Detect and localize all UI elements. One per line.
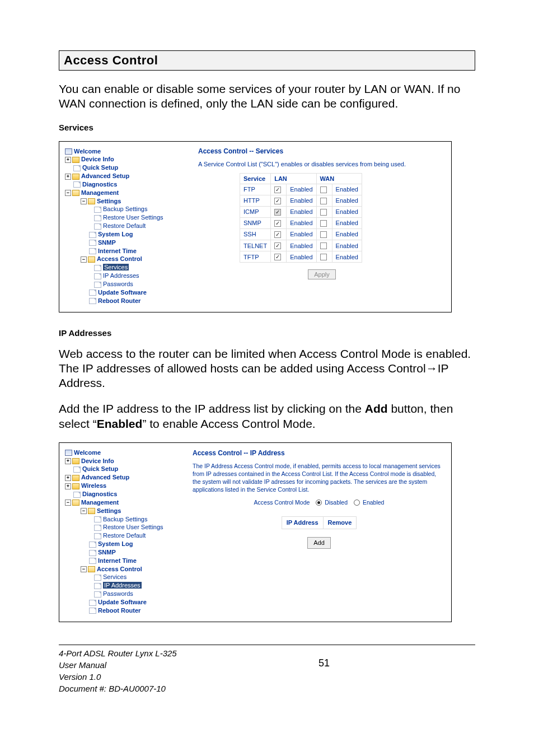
tree-snmp[interactable]: SNMP (98, 239, 116, 246)
apply-button[interactable]: Apply (308, 269, 336, 279)
checkbox-wan[interactable] (320, 186, 327, 193)
col-service: Service (240, 173, 271, 184)
tree-access-control[interactable]: Access Control (97, 255, 142, 262)
checkbox-lan[interactable]: ✓ (274, 220, 281, 227)
tree-services[interactable]: Services (103, 573, 127, 580)
checkbox-wan[interactable] (320, 254, 327, 260)
col-remove: Remove (323, 516, 357, 529)
checkbox-wan[interactable] (320, 242, 327, 249)
content-pane: Access Control -- IP Address The IP Addr… (187, 449, 446, 615)
checkbox-lan[interactable]: ✓ (274, 242, 281, 249)
tree-update-software[interactable]: Update Software (98, 289, 147, 296)
expand-icon[interactable]: + (65, 157, 71, 163)
tree-backup-settings[interactable]: Backup Settings (103, 206, 148, 212)
tree-wireless[interactable]: Wireless (81, 482, 106, 489)
tree-management[interactable]: Management (81, 189, 119, 196)
tree-ip-addresses[interactable]: IP Addresses (103, 272, 139, 279)
page-icon (89, 298, 96, 304)
screen-icon (65, 148, 72, 155)
tree-quick-setup[interactable]: Quick Setup (82, 164, 118, 171)
pane-title: Access Control -- IP Address (193, 449, 446, 458)
section-title: Access Control (64, 53, 158, 67)
tree-management[interactable]: Management (81, 499, 119, 506)
add-button[interactable]: Add (307, 537, 331, 549)
tree-services[interactable]: Services (103, 264, 129, 270)
folder-open-icon (72, 190, 79, 196)
radio-disabled[interactable] (316, 500, 322, 506)
col-ip-address: IP Address (282, 516, 323, 529)
svc-name: HTTP (240, 195, 271, 206)
checkbox-lan[interactable]: ✓ (274, 254, 281, 260)
tree-diagnostics[interactable]: Diagnostics (82, 491, 117, 497)
footer-version: Version 1.0 (59, 671, 177, 683)
checkbox-wan[interactable] (320, 198, 327, 204)
svc-name: TFTP (240, 251, 271, 263)
wan-label: Enabled (332, 217, 362, 228)
tree-device-info[interactable]: Device Info (81, 156, 114, 162)
tree-settings[interactable]: Settings (97, 198, 121, 204)
services-table: Service LAN WAN FTP✓EnabledEnabledHTTP✓E… (240, 173, 362, 263)
tree-device-info[interactable]: Device Info (81, 458, 114, 464)
page-number: 51 (318, 647, 475, 669)
pane-title: Access Control -- Services (198, 147, 446, 155)
screenshot-services: Welcome +Device Info Quick Setup +Advanc… (59, 141, 452, 312)
tree-internet-time[interactable]: Internet Time (98, 557, 137, 564)
tree-internet-time[interactable]: Internet Time (98, 248, 137, 254)
expand-icon[interactable]: + (65, 475, 71, 481)
tree-restore-user-settings[interactable]: Restore User Settings (103, 214, 163, 221)
tree-quick-setup[interactable]: Quick Setup (82, 465, 118, 472)
tree-ip-addresses[interactable]: IP Addresses (103, 582, 142, 589)
radio-enabled[interactable] (354, 500, 360, 506)
tree-snmp[interactable]: SNMP (98, 549, 116, 556)
expand-icon[interactable]: + (65, 458, 71, 464)
tree-welcome[interactable]: Welcome (74, 449, 101, 456)
collapse-icon[interactable]: − (65, 500, 71, 506)
footer-docnum: Document #: BD-AU0007-10 (59, 683, 177, 694)
checkbox-wan[interactable] (320, 209, 327, 216)
tree-restore-user-settings[interactable]: Restore User Settings (103, 524, 163, 530)
tree-advanced-setup[interactable]: Advanced Setup (81, 172, 129, 179)
folder-open-icon (72, 500, 79, 506)
tree-access-control[interactable]: Access Control (97, 566, 142, 572)
tree-restore-default[interactable]: Restore Default (103, 532, 146, 539)
expand-icon[interactable]: + (65, 174, 71, 180)
tree-passwords[interactable]: Passwords (103, 281, 133, 287)
collapse-icon[interactable]: − (81, 508, 87, 514)
page-footer: 4-Port ADSL Router Lynx L-325 User Manua… (59, 647, 475, 694)
services-heading: Services (59, 123, 475, 132)
content-pane: Access Control -- Services A Service Con… (187, 147, 446, 305)
nav-tree: Welcome +Device Info Quick Setup +Advanc… (65, 449, 187, 615)
expand-icon[interactable]: + (65, 483, 71, 489)
checkbox-lan[interactable]: ✓ (274, 231, 281, 238)
checkbox-wan[interactable] (320, 231, 327, 238)
tree-reboot-router[interactable]: Reboot Router (98, 297, 140, 304)
tree-passwords[interactable]: Passwords (103, 590, 133, 597)
tree-settings[interactable]: Settings (97, 507, 121, 514)
tree-diagnostics[interactable]: Diagnostics (82, 181, 117, 188)
col-wan: WAN (316, 173, 362, 184)
collapse-icon[interactable]: − (65, 190, 71, 196)
page-icon (89, 558, 96, 564)
page-icon (73, 466, 81, 473)
page-icon (89, 550, 96, 556)
page-icon (94, 207, 101, 213)
page-icon (89, 608, 96, 614)
tree-update-software[interactable]: Update Software (98, 599, 147, 605)
table-row: TFTP✓EnabledEnabled (240, 251, 362, 263)
checkbox-lan[interactable]: ✓ (274, 198, 281, 204)
tree-restore-default[interactable]: Restore Default (103, 222, 146, 229)
checkbox-wan[interactable] (320, 220, 327, 227)
collapse-icon[interactable]: − (81, 256, 87, 263)
tree-system-log[interactable]: System Log (98, 540, 133, 547)
collapse-icon[interactable]: − (81, 198, 87, 204)
tree-backup-settings[interactable]: Backup Settings (103, 516, 148, 522)
checkbox-lan[interactable]: ✓ (274, 186, 281, 193)
tree-system-log[interactable]: System Log (98, 231, 133, 237)
collapse-icon[interactable]: − (81, 566, 87, 572)
svc-name: FTP (240, 184, 271, 195)
tree-advanced-setup[interactable]: Advanced Setup (81, 474, 129, 480)
tree-reboot-router[interactable]: Reboot Router (98, 607, 140, 614)
table-row: ICMP✓EnabledEnabled (240, 206, 362, 217)
tree-welcome[interactable]: Welcome (74, 148, 101, 155)
page-icon (94, 591, 101, 598)
